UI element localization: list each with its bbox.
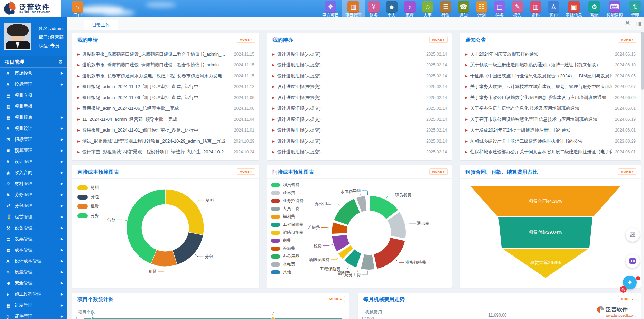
sidebar-item-11[interactable]: ⚖材料管理▶ (0, 178, 67, 189)
list-item[interactable]: ▶房和城乡建设厅关于取消二级建造师临时执业证书的公告2023.08.29 (460, 136, 641, 147)
sidebar-item-14[interactable]: ⌛租赁管理▶ (0, 211, 67, 222)
sidebar-item-16[interactable]: ▤发票管理▶ (0, 233, 67, 244)
donut-slice-业务招待费[interactable] (373, 237, 405, 269)
more-button[interactable]: MORE ▸ (618, 37, 636, 43)
sidebar-item-23[interactable]: ▯证件管理▶ (0, 311, 67, 319)
page-scrollbar[interactable] (641, 17, 644, 319)
sidebar-item-3[interactable]: ▤项目立项 (0, 90, 67, 101)
list-item[interactable]: ▶设计进度汇报(未提交)2025.02.14 (267, 60, 452, 71)
sidebar-item-1[interactable]: A市场经营▶ (0, 68, 67, 79)
donut-slice-材料[interactable] (165, 189, 204, 235)
sidebar-item-7[interactable]: ✉招标管理▶ (0, 134, 67, 145)
scrollbar-thumb[interactable] (641, 32, 644, 90)
gear-icon[interactable]: ⚙ (58, 56, 63, 68)
sidebar-item-icon: ▤ (6, 236, 15, 242)
list-item[interactable]: ▶费用报销_admin_2024-11-06_部门经理审批_胡建,_运行中202… (72, 92, 259, 103)
list-item[interactable]: ▶进度款申报_长春市伊通河水力发电厂改建工程_长春市伊通河水力发电...2024… (72, 70, 259, 81)
list-item-date: 2025.02.14 (426, 95, 447, 100)
list-item[interactable]: ▶11_2024-11-04_admin_经营部_领导审批__完成2024.11… (72, 114, 259, 125)
list-item[interactable]: ▶设计进度汇报(未提交)2025.02.14 (267, 136, 452, 147)
nav-item-11[interactable]: ✎报告 (508, 0, 526, 17)
tab-daily-work[interactable]: 日常工作 (84, 20, 118, 30)
sidebar-item-21[interactable]: ◕施工过程管理▶ (0, 289, 67, 300)
list-item[interactable]: ▶进度款申报_珠海鹤港口建设_珠海鹤港口建设工程合作协议书_admin_...2… (72, 49, 259, 60)
sidebar-item-2[interactable]: A投标管理▶ (0, 79, 67, 90)
list-item[interactable]: ▶关于2024年国庆节放假安排的通知2024.06.15 (460, 49, 641, 60)
more-button[interactable]: MORE ▸ (429, 37, 448, 43)
nav-item-12[interactable]: ▥资料 (526, 0, 544, 17)
list-item[interactable]: ▶住房和城乡建设部办公厅关于同意吉林省开展二级建造师注册证书电子化试点...20… (460, 147, 641, 158)
list-item[interactable]: ▶设计进度汇报(未提交)2025.02.14 (267, 81, 452, 93)
donut-slice-办公用品[interactable] (334, 199, 360, 225)
nav-item-13[interactable]: ♙客户 (544, 0, 562, 17)
ai-robot-button[interactable] (626, 254, 640, 268)
list-item-date: 2024.11.12 (234, 84, 254, 89)
list-item[interactable]: ▶关于举办住房与房地产信息化 技术及应用培训班的通知2024.06.01 (460, 103, 641, 114)
nav-item-5[interactable]: ♁流程 (401, 0, 419, 17)
list-item[interactable]: ▶设计进度汇报(未提交)2025.02.14 (267, 114, 452, 125)
list-item-date: 2024.02.07 (615, 84, 636, 89)
more-button[interactable]: MORE ▸ (237, 37, 255, 43)
list-item[interactable]: ▶费用报销_admin_2024-11-01_部门经理审批_胡建,_运行中202… (72, 125, 259, 136)
nav-item-3[interactable]: ¥财务 (365, 0, 383, 17)
donut-slice-其他[interactable] (367, 195, 368, 211)
list-item[interactable]: ▶于征集《中国建筑施工行业信息化发展报告（2024）—BIM应用与发展》材料..… (460, 70, 641, 81)
sidebar-item-17[interactable]: ▦成本管理▶ (0, 244, 67, 255)
list-item[interactable]: ▶关于举办市政公用设施数字化管理信息 系统建设与应用培训班的通知2024.06.… (460, 92, 641, 103)
nav-item-7[interactable]: ☰行政 (437, 0, 455, 17)
nav-item-9[interactable]: ☷计划 (473, 0, 491, 17)
list-item[interactable]: ▶设计审查_彭祖新城"四馆"景观工程设计项目_请选择_胡户生_2024-10-2… (72, 147, 259, 158)
sidebar-item-8[interactable]: ▣预算管理▶ (0, 145, 67, 156)
nav-item-17[interactable]: ⇅管理 (626, 0, 644, 17)
nav-item-portal[interactable]: ⌂ 门户 (69, 1, 86, 17)
sidebar-item-13[interactable]: x²分包管理▶ (0, 200, 67, 211)
sidebar-menu: A市场经营▶A投标管理▶▤项目立项▥项目看板▦项目报表▶A项目设计▶✉招标管理▶… (0, 68, 67, 319)
nav-item-15[interactable]: ⚙系统 (585, 0, 603, 17)
list-item[interactable]: ▶关于召开市政公用设施智慧化管理 信息技术与应用培训班的通知2024.06.19 (460, 114, 641, 125)
nav-item-16[interactable]: ⌨智能建模 (603, 0, 626, 17)
sidebar-item-18[interactable]: A设计成本管理▶ (0, 255, 67, 267)
donut-slice-人员工资[interactable] (361, 254, 375, 270)
list-item[interactable]: ▶关于发放2024年第24批一级建造师注册证书的通知2024.06.01 (460, 125, 641, 136)
list-item[interactable]: ▶设计进度汇报(未提交)2025.02.14 (267, 70, 452, 81)
nav-item-1[interactable]: ❖甲方项目 (319, 0, 342, 17)
list-item[interactable]: ▶设计进度汇报(未提交)2025.02.14 (267, 103, 452, 114)
list-item[interactable]: ▶费用报销_admin_2024-11-12_部门经理审批_胡建,_运行中202… (72, 81, 259, 93)
donut-slice-分包[interactable] (172, 232, 203, 265)
nav-item-6[interactable]: ☺人事 (419, 0, 437, 17)
more-button[interactable]: MORE ▸ (618, 296, 636, 302)
nav-item-14[interactable]: ▣基础信息 (562, 0, 585, 17)
nav-item-label: 个人 (386, 12, 398, 17)
list-item[interactable]: ▶关于举办大数据、云计算技术在城市建设、规划、管理与服务中的应用培训班...20… (460, 81, 641, 93)
customer-service-button[interactable]: ☏ (626, 228, 640, 242)
sidebar-item-12[interactable]: ♞劳务管理▶ (0, 189, 67, 200)
list-item-text: 费用报销_admin_2024-11-12_部门经理审批_胡建,_运行中 (82, 84, 231, 90)
list-item-date: 2023.08.29 (615, 139, 636, 144)
nav-item-4[interactable]: ☻个人 (383, 0, 401, 17)
nav-item-2[interactable]: ▦项目管理 (342, 0, 365, 17)
sidebar-item-20[interactable]: ☻安全管理▶ (0, 278, 67, 289)
list-item[interactable]: ▶测试_彭祖新城"四馆"景观工程设计项目_2024-10-29_admin_结束… (72, 136, 259, 147)
list-item[interactable]: ▶设计进度汇报(未提交)2025.02.14 (267, 147, 452, 158)
sidebar-item-10[interactable]: ◉收入合同▶ (0, 167, 67, 178)
list-item[interactable]: ▶关于领取一级注册建造师增项贴的通知（须持一建证书前来领取）2024.06.10 (460, 60, 641, 71)
sidebar-item-6[interactable]: A项目设计▶ (0, 123, 67, 134)
more-button[interactable]: MORE ▸ (429, 168, 448, 175)
sidebar-item-15[interactable]: ⚒设备管理▶ (0, 222, 67, 233)
nav-item-8[interactable]: ☎通知 (455, 0, 473, 17)
more-button[interactable]: MORE ▸ (327, 296, 345, 302)
sidebar-item-22[interactable]: ▦进度管理▶ (0, 300, 67, 311)
list-item[interactable]: ▶费用报销_admin_2024-11-06_总经理审批__完成2024.11.… (72, 103, 259, 114)
nav-item-10[interactable]: ▤任务 (491, 0, 508, 17)
list-item[interactable]: ▶设计进度汇报(未提交)2025.02.14 (267, 49, 452, 60)
more-button[interactable]: MORE ▸ (618, 168, 636, 175)
list-item[interactable]: ▶进度款申报_珠海鹤港口建设_珠海鹤港口建设工程合作协议书_admin_...2… (72, 60, 259, 71)
list-item[interactable]: ▶设计进度汇报(未提交)2025.02.14 (267, 92, 452, 103)
sidebar-item-9[interactable]: A设计管理▶ (0, 156, 67, 167)
sidebar-item-4[interactable]: ▥项目看板 (0, 101, 67, 112)
list-item[interactable]: ▶设计进度汇报(未提交)2025.02.14 (267, 125, 452, 136)
key-icon[interactable]: ⌘ (625, 20, 630, 27)
more-button[interactable]: MORE ▸ (237, 168, 255, 175)
sidebar-item-5[interactable]: ▦项目报表▶ (0, 112, 67, 123)
sidebar-item-19[interactable]: ✎质量管理▶ (0, 267, 67, 278)
